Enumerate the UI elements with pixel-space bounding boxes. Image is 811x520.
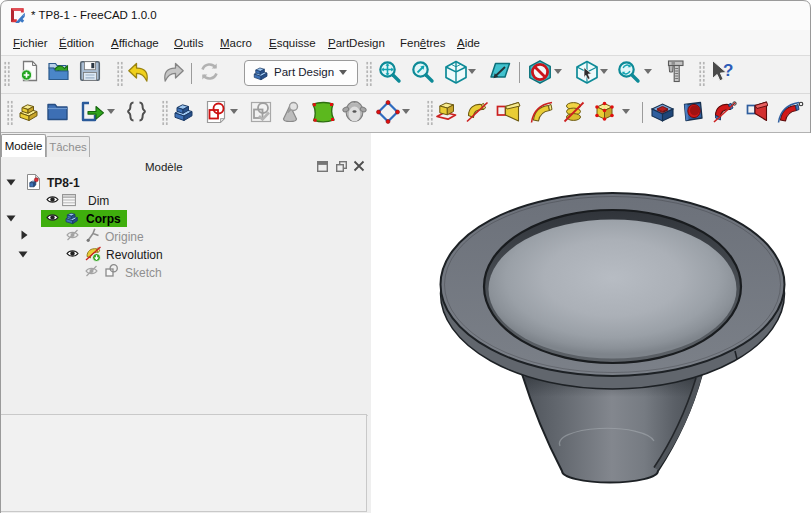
svg-text:?: ? (723, 61, 733, 80)
